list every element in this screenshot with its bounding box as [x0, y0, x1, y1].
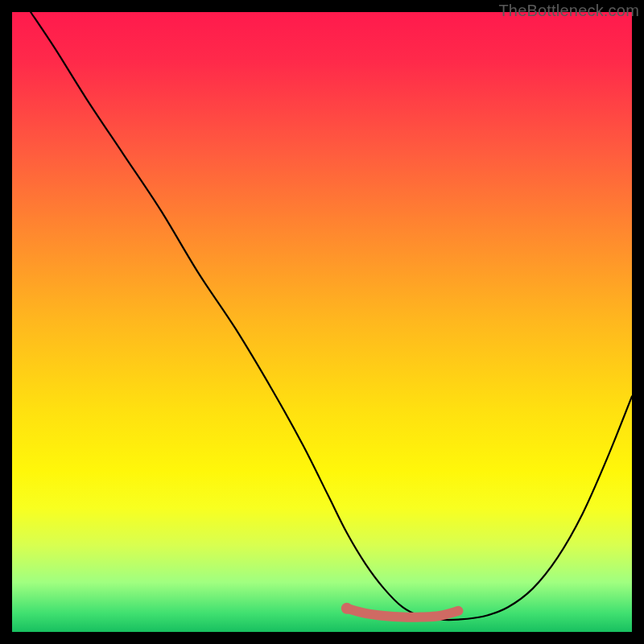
svg-point-0 [341, 603, 353, 614]
watermark-text: TheBottleneck.com [498, 2, 639, 20]
chart-frame [12, 12, 632, 632]
curve-main [31, 12, 632, 620]
chart-plot [12, 12, 632, 632]
